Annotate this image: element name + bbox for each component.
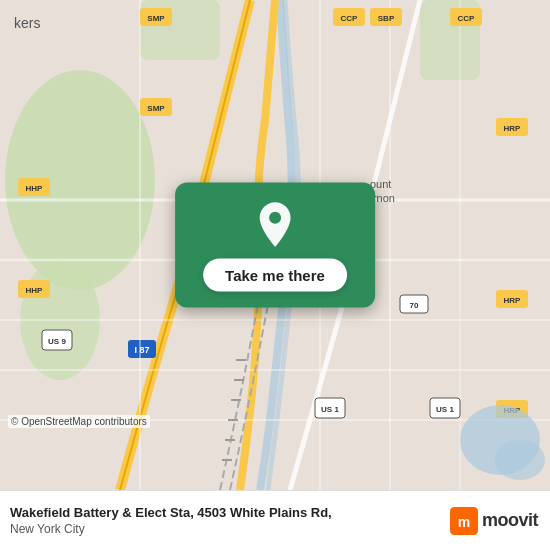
svg-text:US 9: US 9: [48, 337, 66, 346]
svg-text:CCP: CCP: [341, 14, 359, 23]
svg-text:CCP: CCP: [458, 14, 476, 23]
moovit-icon: m: [450, 507, 478, 535]
svg-text:kers: kers: [14, 15, 40, 31]
take-me-there-button[interactable]: Take me there: [203, 259, 347, 292]
location-city: New York City: [10, 522, 450, 536]
moovit-logo[interactable]: m moovit: [450, 507, 538, 535]
svg-text:SMP: SMP: [147, 14, 165, 23]
svg-text:US 1: US 1: [436, 405, 454, 414]
osm-credit: © OpenStreetMap contributors: [8, 415, 150, 428]
svg-text:HHP: HHP: [26, 184, 44, 193]
bottom-text: Wakefield Battery & Elect Sta, 4503 Whit…: [10, 505, 450, 536]
location-pin-icon: [251, 201, 299, 249]
svg-text:US 1: US 1: [321, 405, 339, 414]
moovit-text: moovit: [482, 510, 538, 531]
green-card[interactable]: Take me there: [175, 183, 375, 308]
svg-point-50: [269, 212, 281, 224]
svg-text:HHP: HHP: [26, 286, 44, 295]
svg-text:SMP: SMP: [147, 104, 165, 113]
svg-text:m: m: [458, 513, 470, 529]
button-overlay[interactable]: Take me there: [175, 183, 375, 308]
svg-text:I 87: I 87: [134, 345, 149, 355]
svg-text:HRP: HRP: [504, 296, 522, 305]
bottom-bar: Wakefield Battery & Elect Sta, 4503 Whit…: [0, 490, 550, 550]
svg-point-49: [495, 440, 545, 480]
svg-text:HRP: HRP: [504, 124, 522, 133]
map-container: I 87 BRP US 9 US 1 US 1 70 SMP CCP: [0, 0, 550, 490]
svg-text:SBP: SBP: [378, 14, 395, 23]
svg-text:70: 70: [410, 301, 419, 310]
location-name: Wakefield Battery & Elect Sta, 4503 Whit…: [10, 505, 450, 522]
